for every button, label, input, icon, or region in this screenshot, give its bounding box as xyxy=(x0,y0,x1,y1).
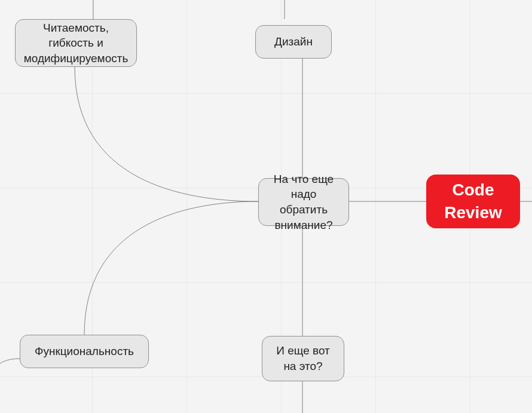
node-more[interactable]: И еще вот на это? xyxy=(262,336,344,381)
node-center-attention[interactable]: На что еще надо обратить внимание? xyxy=(258,178,349,226)
node-label: Дизайн xyxy=(274,34,313,50)
node-label: И еще вот на это? xyxy=(272,343,334,374)
node-label: Читаемость, гибкость и модифицируемость xyxy=(24,20,129,66)
node-readability[interactable]: Читаемость, гибкость и модифицируемость xyxy=(15,19,137,67)
node-label: На что еще надо обратить внимание? xyxy=(268,172,339,233)
node-label: Code Review xyxy=(436,179,510,224)
node-design[interactable]: Дизайн xyxy=(255,25,332,59)
mindmap-canvas[interactable]: { "nodes": { "root": { "label": "Code Re… xyxy=(0,0,532,413)
node-root-code-review[interactable]: Code Review xyxy=(426,175,520,228)
node-functionality[interactable]: Функциональность xyxy=(20,335,149,368)
node-label: Функциональность xyxy=(35,344,134,359)
